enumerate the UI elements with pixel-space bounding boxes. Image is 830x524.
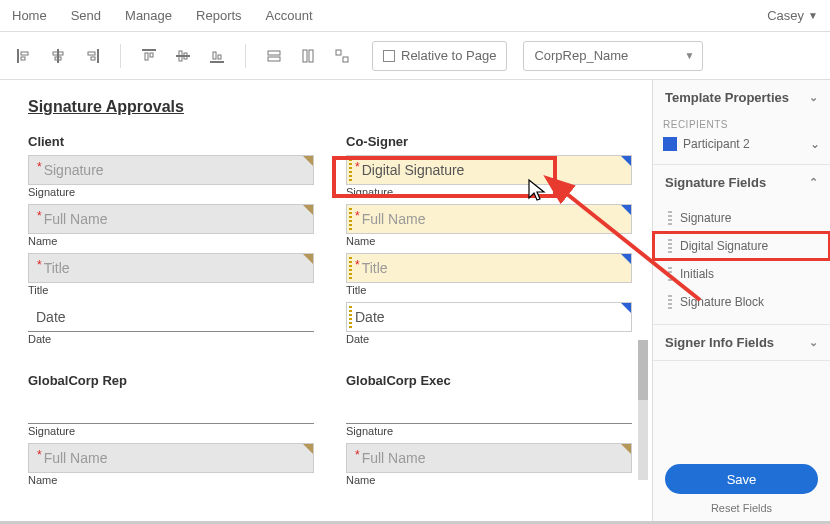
signer-info-fields-label: Signer Info Fields: [665, 335, 774, 350]
svg-rect-18: [268, 51, 280, 55]
field-corner-icon: [621, 444, 631, 454]
signature-field-item[interactable]: Initials: [653, 260, 830, 288]
recipient-color-swatch: [663, 137, 677, 151]
required-icon: *: [355, 209, 360, 223]
form-canvas[interactable]: Signature Approvals Client*SignatureSign…: [0, 80, 652, 524]
field-label: Title: [28, 284, 314, 296]
column-title: GlobalCorp Rep: [28, 373, 314, 388]
form-field[interactable]: Date: [346, 302, 632, 332]
caret-down-icon: ▼: [808, 10, 818, 21]
svg-rect-15: [210, 61, 224, 63]
svg-rect-9: [142, 49, 156, 51]
chevron-up-icon: ⌃: [809, 176, 818, 189]
svg-rect-17: [218, 55, 221, 59]
scrollbar-thumb[interactable]: [638, 340, 648, 400]
field-placeholder: Date: [36, 309, 66, 325]
form-field[interactable]: [346, 394, 632, 424]
match-size-icon[interactable]: [328, 42, 356, 70]
separator: [245, 44, 246, 68]
save-button[interactable]: Save: [665, 464, 818, 494]
form-field[interactable]: *Full Name: [346, 204, 632, 234]
align-left-icon[interactable]: [10, 42, 38, 70]
field-label: Name: [28, 474, 314, 486]
field-placeholder: Full Name: [44, 211, 108, 227]
field-label: Signature: [28, 425, 314, 437]
signature-field-item[interactable]: Digital Signature: [653, 232, 830, 260]
align-middle-icon[interactable]: [169, 42, 197, 70]
svg-rect-7: [88, 52, 95, 55]
field-corner-icon: [303, 156, 313, 166]
form-field[interactable]: *Signature: [28, 155, 314, 185]
signature-field-item[interactable]: Signature Block: [653, 288, 830, 316]
form-field[interactable]: *Full Name: [28, 204, 314, 234]
field-placeholder: Title: [44, 260, 70, 276]
section-title: Signature Approvals: [28, 98, 632, 116]
signature-fields-label: Signature Fields: [665, 175, 766, 190]
match-width-icon[interactable]: [260, 42, 288, 70]
svg-rect-10: [145, 53, 148, 60]
field-label: Title: [346, 284, 632, 296]
relative-to-page-label: Relative to Page: [401, 48, 496, 63]
align-bottom-icon[interactable]: [203, 42, 231, 70]
field-name-select[interactable]: CorpRep_Name ▼: [523, 41, 703, 71]
align-right-icon[interactable]: [78, 42, 106, 70]
template-properties-header[interactable]: Template Properties ⌄: [653, 80, 830, 115]
separator: [120, 44, 121, 68]
field-corner-icon: [621, 205, 631, 215]
column-title: Client: [28, 134, 314, 149]
form-field[interactable]: *Full Name: [346, 443, 632, 473]
recipients-label: RECIPIENTS: [663, 119, 820, 130]
field-label: Signature: [28, 186, 314, 198]
svg-rect-8: [91, 57, 95, 60]
form-field[interactable]: *Title: [28, 253, 314, 283]
field-label: Date: [346, 333, 632, 345]
relative-to-page-toggle[interactable]: Relative to Page: [372, 41, 507, 71]
field-placeholder: Full Name: [362, 450, 426, 466]
field-placeholder: Date: [355, 309, 385, 325]
svg-rect-3: [57, 49, 59, 63]
signature-fields-header[interactable]: Signature Fields ⌃: [653, 165, 830, 200]
nav-account[interactable]: Account: [266, 8, 313, 23]
template-properties-label: Template Properties: [665, 90, 789, 105]
signer-info-fields-header[interactable]: Signer Info Fields ⌄: [653, 325, 830, 360]
field-placeholder: Full Name: [44, 450, 108, 466]
form-field[interactable]: *Title: [346, 253, 632, 283]
field-placeholder: Full Name: [362, 211, 426, 227]
top-nav: Home Send Manage Reports Account Casey ▼: [0, 0, 830, 32]
svg-rect-21: [309, 50, 313, 62]
field-corner-icon: [621, 156, 631, 166]
svg-rect-0: [17, 49, 19, 63]
field-corner-icon: [621, 303, 631, 313]
required-icon: *: [355, 448, 360, 462]
required-icon: *: [355, 258, 360, 272]
form-field[interactable]: *Digital Signature: [346, 155, 632, 185]
user-menu[interactable]: Casey ▼: [767, 8, 818, 23]
match-height-icon[interactable]: [294, 42, 322, 70]
field-label: Signature: [346, 425, 632, 437]
nav-home[interactable]: Home: [12, 8, 47, 23]
nav-manage[interactable]: Manage: [125, 8, 172, 23]
svg-rect-20: [303, 50, 307, 62]
align-center-h-icon[interactable]: [44, 42, 72, 70]
checkbox-icon: [383, 50, 395, 62]
chevron-down-icon: ▼: [685, 50, 695, 61]
recipient-row[interactable]: Participant 2 ⌄: [663, 134, 820, 154]
field-label: Name: [346, 235, 632, 247]
reset-fields-link[interactable]: Reset Fields: [653, 498, 830, 524]
user-name: Casey: [767, 8, 804, 23]
scrollbar[interactable]: [638, 340, 648, 480]
form-field[interactable]: Date: [28, 302, 314, 332]
column-title: Co-Signer: [346, 134, 632, 149]
form-field[interactable]: *Full Name: [28, 443, 314, 473]
signature-field-item[interactable]: Signature: [653, 204, 830, 232]
select-value: CorpRep_Name: [534, 48, 628, 63]
nav-send[interactable]: Send: [71, 8, 101, 23]
svg-rect-16: [213, 52, 216, 59]
align-top-icon[interactable]: [135, 42, 163, 70]
toolbar: Relative to Page CorpRep_Name ▼: [0, 32, 830, 80]
svg-rect-1: [21, 52, 28, 55]
nav-reports[interactable]: Reports: [196, 8, 242, 23]
field-placeholder: Title: [362, 260, 388, 276]
form-field[interactable]: [28, 394, 314, 424]
required-icon: *: [37, 160, 42, 174]
